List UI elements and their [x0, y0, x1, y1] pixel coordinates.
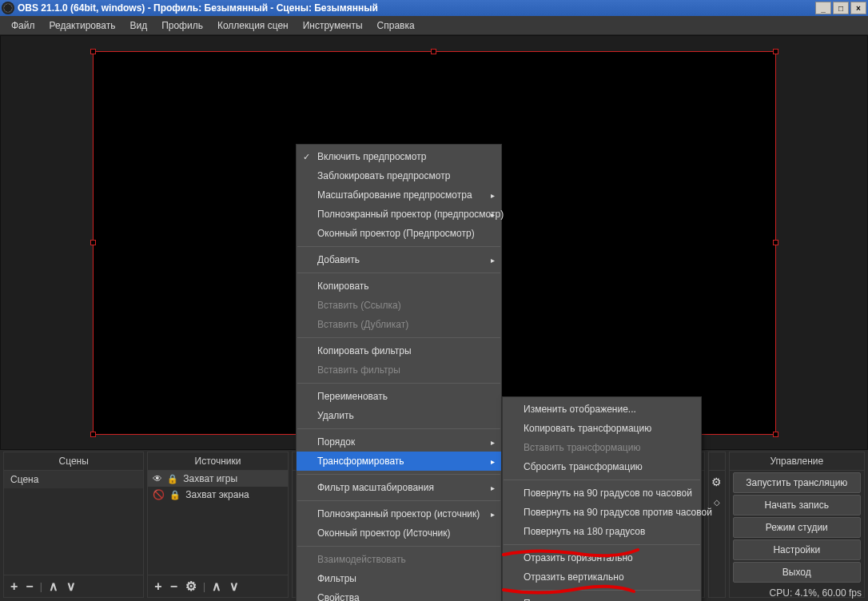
context-menu-item: Вставить фильтры: [297, 360, 501, 380]
resize-handle[interactable]: [773, 240, 778, 245]
context-menu-item[interactable]: Фильтр масштабирования▸: [297, 478, 501, 497]
menu-profile[interactable]: Профиль: [155, 18, 209, 34]
context-menu-item[interactable]: Копировать трансформацию: [503, 419, 701, 438]
scene-item[interactable]: Сцена: [4, 471, 143, 488]
menu-item-label: Вставить фильтры: [317, 364, 400, 376]
context-menu-item: Вставить трансформацию: [503, 438, 701, 457]
visibility-off-icon[interactable]: 🚫: [153, 489, 165, 500]
menu-view[interactable]: Вид: [123, 18, 153, 34]
menu-tools[interactable]: Инструменты: [297, 18, 369, 34]
context-menu-item[interactable]: Оконный проектор (Предпросмотр): [297, 224, 501, 243]
context-menu-item[interactable]: Подогнать по размеру экрана: [503, 594, 701, 601]
menu-separator: [504, 590, 700, 591]
lock-icon[interactable]: 🔒: [167, 474, 178, 484]
menu-item-label: Переименовать: [317, 391, 388, 402]
menu-scene-collection[interactable]: Коллекция сцен: [211, 18, 295, 34]
context-menu-item[interactable]: Повернуть на 180 градусов: [503, 522, 701, 541]
context-menu-item[interactable]: Порядок▸: [297, 432, 501, 452]
context-menu-item[interactable]: Изменить отображение...: [503, 400, 701, 419]
scene-up-button[interactable]: ∧: [47, 579, 60, 594]
menu-separator: [297, 474, 500, 475]
menu-item-label: Трансформировать: [317, 456, 404, 467]
menu-item-label: Повернуть на 90 градусов по часовой: [524, 488, 692, 499]
context-menu-item[interactable]: Полноэкранный проектор (источник)▸: [297, 504, 501, 523]
menu-item-label: Вставить (Ссылка): [317, 300, 401, 311]
source-settings-button[interactable]: ⚙: [184, 579, 198, 594]
minimize-button[interactable]: _: [815, 2, 831, 14]
context-menu-item[interactable]: Сбросить трансформацию: [503, 457, 701, 476]
menu-item-label: Взаимодействовать: [317, 554, 406, 565]
close-button[interactable]: ×: [850, 2, 866, 14]
context-menu-item[interactable]: Повернуть на 90 градусов по часовой: [503, 484, 701, 503]
menu-item-label: Полноэкранный проектор (источник): [317, 508, 480, 519]
context-menu-item[interactable]: Заблокировать предпросмотр: [297, 166, 501, 185]
add-scene-button[interactable]: +: [9, 579, 19, 594]
context-menu-item[interactable]: Переименовать: [297, 387, 501, 406]
resize-handle[interactable]: [773, 49, 778, 54]
visibility-icon[interactable]: 👁: [153, 473, 162, 484]
start-record-button[interactable]: Начать запись: [733, 495, 861, 515]
remove-source-button[interactable]: −: [169, 579, 179, 594]
remove-scene-button[interactable]: −: [24, 579, 34, 594]
context-menu-item[interactable]: Трансформировать▸: [297, 452, 501, 471]
sources-panel: Источники 👁 🔒 Захват игры 🚫 🔒 Захват экр…: [147, 452, 288, 598]
context-menu-item[interactable]: Отразить вертикально: [503, 567, 701, 587]
controls-header: Управление: [730, 452, 864, 471]
start-stream-button[interactable]: Запустить трансляцию: [733, 472, 861, 493]
menu-separator: [297, 337, 500, 338]
source-up-button[interactable]: ∧: [210, 579, 223, 594]
source-item[interactable]: 🚫 🔒 Захват экрана: [148, 487, 287, 503]
resize-handle[interactable]: [90, 49, 96, 54]
menu-separator: [297, 546, 500, 547]
menu-item-label: Повернуть на 180 градусов: [524, 526, 645, 537]
resize-handle[interactable]: [773, 432, 778, 437]
resize-handle[interactable]: [90, 432, 96, 437]
context-menu-item[interactable]: Удалить: [297, 406, 501, 425]
menu-item-label: Фильтр масштабирования: [317, 482, 434, 493]
resize-handle[interactable]: [431, 49, 436, 54]
menu-help[interactable]: Справка: [371, 18, 421, 34]
submenu-arrow-icon: ▸: [491, 191, 495, 200]
menu-file[interactable]: Файл: [5, 18, 42, 34]
menu-item-label: Фильтры: [317, 573, 356, 584]
context-menu-item[interactable]: Масштабирование предпросмотра▸: [297, 185, 501, 205]
context-menu-item[interactable]: Копировать: [297, 277, 501, 296]
context-menu-item[interactable]: ✓Включить предпросмотр: [297, 147, 501, 166]
source-label: Захват экрана: [185, 489, 249, 500]
menu-item-label: Вставить (Дубликат): [317, 319, 408, 330]
context-menu-item[interactable]: Копировать фильтры: [297, 341, 501, 360]
submenu-arrow-icon: ▸: [491, 256, 495, 265]
transition-settings-icon[interactable]: ⚙: [709, 471, 725, 493]
app-icon: [2, 2, 14, 14]
context-menu-item[interactable]: Добавить▸: [297, 250, 501, 269]
source-item[interactable]: 👁 🔒 Захват игры: [148, 471, 287, 487]
status-text: CPU: 4.1%, 60.00 fps: [770, 587, 862, 599]
settings-button[interactable]: Настройки: [733, 539, 861, 560]
menu-separator: [297, 273, 500, 273]
sources-header: Источники: [148, 452, 287, 471]
context-menu-item[interactable]: Повернуть на 90 градусов против часовой: [503, 503, 701, 522]
transitions-header: [709, 452, 725, 471]
menu-item-label: Повернуть на 90 градусов против часовой: [524, 507, 712, 518]
menu-item-label: Подогнать по размеру экрана: [524, 598, 655, 601]
exit-button[interactable]: Выход: [733, 562, 861, 583]
menu-edit[interactable]: Редактировать: [43, 18, 122, 34]
submenu-arrow-icon: ▸: [491, 510, 495, 519]
source-down-button[interactable]: ∨: [228, 579, 241, 594]
menu-separator: [297, 428, 500, 429]
menu-item-label: Копировать фильтры: [317, 345, 412, 356]
context-menu-item[interactable]: Полноэкранный проектор (предпросмотр)▸: [297, 205, 501, 224]
menu-separator: [297, 500, 500, 501]
context-menu-item[interactable]: Фильтры: [297, 569, 501, 588]
maximize-button[interactable]: □: [833, 2, 849, 14]
studio-mode-button[interactable]: Режим студии: [733, 517, 861, 538]
lock-icon[interactable]: 🔒: [169, 490, 181, 500]
context-menu-item[interactable]: Свойства: [297, 588, 501, 601]
menu-item-label: Полноэкранный проектор (предпросмотр): [317, 209, 504, 220]
resize-handle[interactable]: [90, 240, 96, 245]
context-menu-item[interactable]: Оконный проектор (Источник): [297, 523, 501, 543]
context-menu-item[interactable]: Отразить горизонтально: [503, 548, 701, 567]
add-source-button[interactable]: +: [153, 579, 163, 594]
scene-down-button[interactable]: ∨: [65, 579, 78, 594]
submenu-arrow-icon: ▸: [491, 484, 495, 492]
